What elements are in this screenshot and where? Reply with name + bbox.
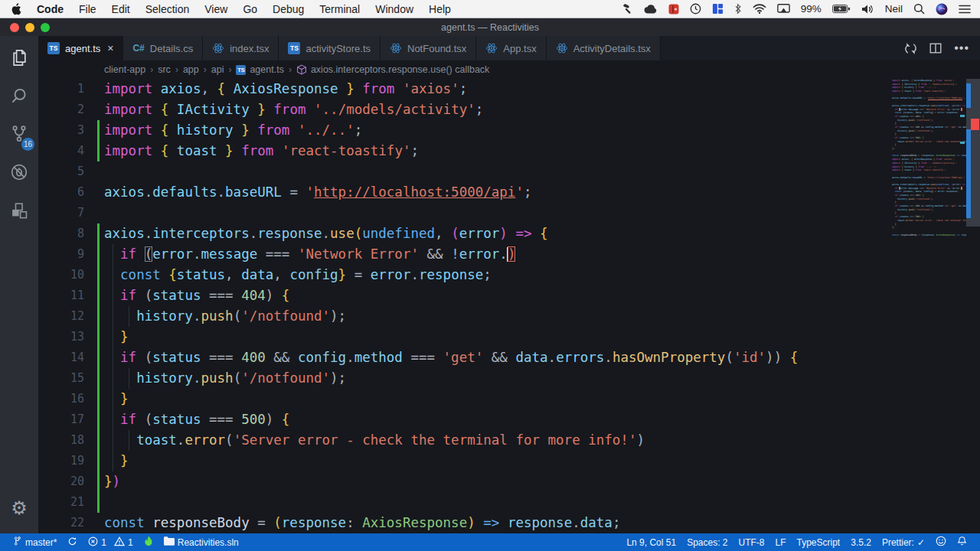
minimap[interactable]: import axios, { AxiosResponse } from 'ax…	[892, 79, 966, 533]
fast-user-switch-label[interactable]: Neil	[885, 3, 903, 15]
menu-edit[interactable]: Edit	[104, 0, 138, 18]
bluetooth-icon[interactable]	[734, 3, 742, 15]
breadcrumb-symbol[interactable]: axios.interceptors.response.use() callba…	[296, 64, 489, 75]
code-editor[interactable]: 1import axios, { AxiosResponse } from 'a…	[38, 79, 980, 533]
breadcrumb-symbol-label: axios.interceptors.response.use() callba…	[311, 64, 489, 75]
git-sync-button[interactable]	[62, 533, 83, 551]
code-line-4[interactable]: 4import { toast } from 'react-toastify';	[38, 141, 892, 161]
apple-menu-icon[interactable]	[11, 3, 21, 15]
indentation-status[interactable]: Spaces: 2	[681, 533, 733, 551]
code-line-10[interactable]: 10 const {status, data, config} = error.…	[38, 265, 892, 285]
code-line-20[interactable]: 20})	[38, 471, 892, 492]
line-number: 5	[38, 161, 84, 182]
code-line-1[interactable]: 1import axios, { AxiosResponse } from 'a…	[38, 79, 892, 99]
tiles-icon[interactable]	[712, 3, 724, 15]
close-tab-icon[interactable]: ×	[107, 43, 113, 54]
menu-go[interactable]: Go	[235, 0, 265, 18]
formatter-status[interactable]: Prettier: ✓	[877, 533, 930, 551]
zoom-window-button[interactable]	[41, 23, 50, 32]
notifications-bell-button[interactable]	[952, 533, 972, 551]
tab-activitystore-ts[interactable]: TSactivityStore.ts	[279, 36, 381, 60]
menu-window[interactable]: Window	[368, 0, 421, 18]
code-line-22[interactable]: 22const responseBody = (response: AxiosR…	[38, 513, 892, 533]
menu-file[interactable]: File	[71, 0, 104, 18]
code-line-18[interactable]: 18 toast.error('Server error - check the…	[38, 430, 892, 451]
code-line-15[interactable]: 15 history.push('/notfound');	[38, 368, 892, 389]
siri-icon[interactable]	[936, 3, 948, 15]
code-line-19[interactable]: 19 }	[38, 451, 892, 471]
language-mode-status[interactable]: TypeScript	[792, 533, 846, 551]
cloud-icon[interactable]	[644, 5, 658, 14]
keyframe-icon[interactable]	[668, 4, 679, 15]
problems-status[interactable]: 1 1	[83, 533, 138, 551]
tab-file-icon	[485, 42, 498, 54]
code-line-16[interactable]: 16 }	[38, 389, 892, 409]
code-line-5[interactable]: 5	[38, 161, 892, 182]
breadcrumb-api[interactable]: api	[211, 64, 224, 75]
open-changes-icon[interactable]	[904, 42, 917, 55]
tab-file-icon: C#	[132, 43, 144, 54]
code-line-3[interactable]: 3import { history } from '../..';	[38, 120, 892, 141]
tab-agent-ts[interactable]: TSagent.ts×	[38, 36, 123, 60]
menu-selection[interactable]: Selection	[138, 0, 198, 18]
menu-help[interactable]: Help	[421, 0, 459, 18]
code-line-14[interactable]: 14 if (status === 400 && config.method =…	[38, 347, 892, 368]
omnisharp-flame-button[interactable]	[139, 533, 158, 551]
menu-terminal[interactable]: Terminal	[312, 0, 368, 18]
scrollbar[interactable]	[966, 79, 980, 533]
display-icon[interactable]	[777, 4, 790, 14]
typescript-version-status[interactable]: 3.5.2	[845, 533, 877, 551]
code-line-7[interactable]: 7	[38, 203, 892, 223]
notification-center-icon[interactable]	[959, 5, 971, 14]
hammer-icon[interactable]	[622, 3, 633, 15]
code-line-11[interactable]: 11 if (status === 404) {	[38, 285, 892, 306]
activity-bar-source-control[interactable]: 16	[0, 116, 38, 155]
git-branch-status[interactable]: master*	[8, 533, 62, 551]
solution-selector[interactable]: Reactivities.sln	[158, 533, 244, 551]
menu-code[interactable]: Code	[29, 0, 71, 18]
minimize-window-button[interactable]	[25, 23, 34, 32]
tab-details-cs[interactable]: C#Details.cs	[123, 36, 203, 60]
spotlight-search-icon[interactable]	[913, 3, 925, 15]
activity-bar-search[interactable]	[0, 78, 38, 116]
eol-status[interactable]: LF	[770, 533, 792, 551]
cursor-position-status[interactable]: Ln 9, Col 51	[621, 533, 681, 551]
encoding-status[interactable]: UTF-8	[733, 533, 770, 551]
activity-bar-debug[interactable]	[0, 155, 38, 193]
tab-notfound-tsx[interactable]: NotFound.tsx	[381, 36, 476, 60]
code-line-6[interactable]: 6axios.defaults.baseURL = 'http://localh…	[38, 182, 892, 203]
breadcrumb-file[interactable]: TSagent.ts	[236, 64, 283, 75]
clock-icon[interactable]	[690, 3, 701, 15]
volume-icon[interactable]	[861, 4, 874, 15]
code-line-21[interactable]: 21	[38, 492, 892, 513]
feedback-smiley-button[interactable]	[930, 533, 952, 551]
code-line-8[interactable]: 8axios.interceptors.response.use(undefin…	[38, 223, 892, 244]
code-line-12[interactable]: 12 history.push('/notfound');	[38, 306, 892, 327]
line-number: 9	[38, 244, 84, 265]
menu-view[interactable]: View	[197, 0, 235, 18]
code-line-2[interactable]: 2import { IActivity } from '../models/ac…	[38, 99, 892, 120]
modified-line-gutter-marker	[97, 430, 100, 451]
code-text: history.push('/notfound');	[104, 368, 346, 389]
tab-app-tsx[interactable]: App.tsx	[476, 36, 546, 60]
code-line-13[interactable]: 13 }	[38, 327, 892, 347]
tab-index-tsx[interactable]: index.tsx	[203, 36, 279, 60]
breadcrumb-src[interactable]: src	[158, 64, 171, 75]
menu-debug[interactable]: Debug	[265, 0, 312, 18]
split-editor-icon[interactable]	[929, 42, 942, 54]
activity-bar-settings[interactable]: ⚙	[0, 489, 38, 527]
wifi-icon[interactable]	[753, 4, 766, 14]
warning-count: 1	[128, 537, 133, 548]
more-actions-icon[interactable]: •••	[954, 44, 969, 52]
code-line-17[interactable]: 17 if (status === 500) {	[38, 409, 892, 430]
close-window-button[interactable]	[10, 23, 19, 32]
breadcrumb-client-app[interactable]: client-app	[104, 64, 145, 75]
code-line-9[interactable]: 9 if (error.message === 'Network Error' …	[38, 244, 892, 265]
activity-bar-extensions[interactable]	[0, 193, 38, 231]
tab-activitydetails-tsx[interactable]: ActivityDetails.tsx	[547, 36, 661, 60]
line-number: 21	[38, 492, 84, 513]
activity-bar-explorer[interactable]	[0, 40, 38, 78]
error-count: 1	[101, 537, 106, 548]
battery-icon[interactable]	[832, 4, 851, 14]
breadcrumb-app[interactable]: app	[183, 64, 199, 75]
